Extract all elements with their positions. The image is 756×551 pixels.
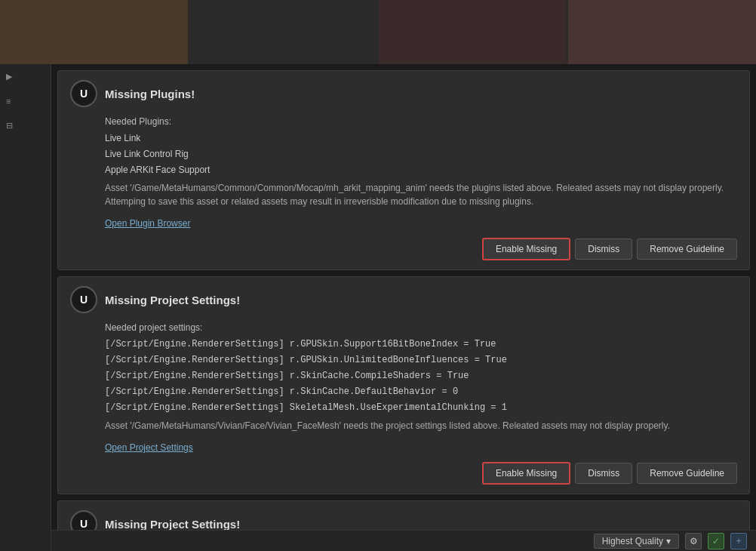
check-icon-button[interactable]: ✓ bbox=[708, 533, 724, 549]
open-plugin-browser-link[interactable]: Open Plugin Browser bbox=[105, 218, 190, 229]
open-project-settings-link-1[interactable]: Open Project Settings bbox=[105, 442, 193, 453]
ue-logo-1: U bbox=[70, 80, 97, 107]
plus-icon: + bbox=[736, 536, 741, 546]
sidebar-icon-1: ▶ bbox=[6, 72, 12, 82]
character-thumb-2 bbox=[189, 0, 377, 64]
setting-item-1-4: [/Script/Engine.RendererSettings] r.Skin… bbox=[105, 385, 737, 399]
filter-icon: ⊟ bbox=[6, 121, 13, 131]
check-icon: ✓ bbox=[712, 536, 720, 546]
plugin-name-3: Apple ARKit Face Support bbox=[105, 163, 737, 177]
dismiss-plugins-button[interactable]: Dismiss bbox=[575, 239, 632, 260]
setting-item-1-5: [/Script/Engine.RendererSettings] Skelet… bbox=[105, 401, 737, 414]
card-header-plugins: U Missing Plugins! bbox=[70, 80, 737, 107]
needed-plugins-label: Needed Plugins: bbox=[105, 115, 737, 128]
card-body-settings-1: Needed project settings: [/Script/Engine… bbox=[105, 321, 737, 432]
card-title-settings-1: Missing Project Settings! bbox=[105, 294, 240, 306]
character-thumb-3 bbox=[379, 0, 567, 64]
settings-warning-text-1: Asset '/Game/MetaHumans/Vivian/Face/Vivi… bbox=[105, 419, 737, 432]
status-bar: Highest Quality ▾ ⚙ ✓ + bbox=[51, 530, 756, 551]
remove-guideline-plugins-button[interactable]: Remove Guideline bbox=[637, 239, 737, 260]
character-thumb-4 bbox=[568, 0, 756, 64]
sidebar-icon-2: ≡ bbox=[6, 97, 11, 106]
card-actions-plugins: Enable Missing Dismiss Remove Guideline bbox=[70, 238, 737, 260]
enable-missing-settings-1-button[interactable]: Enable Missing bbox=[482, 462, 570, 485]
card-actions-settings-1: Enable Missing Dismiss Remove Guideline bbox=[70, 462, 737, 485]
settings-icon-button[interactable]: ⚙ bbox=[685, 533, 702, 549]
dismiss-settings-1-button[interactable]: Dismiss bbox=[575, 463, 632, 484]
setting-item-1-3: [/Script/Engine.RendererSettings] r.Skin… bbox=[105, 369, 737, 383]
main-content-area: U Missing Plugins! Needed Plugins: Live … bbox=[51, 64, 756, 551]
plugin-name-1: Live Link bbox=[105, 131, 737, 145]
needed-settings-label-1: Needed project settings: bbox=[105, 321, 737, 334]
setting-item-1-1: [/Script/Engine.RendererSettings] r.GPUS… bbox=[105, 337, 737, 351]
add-icon-button[interactable]: + bbox=[730, 533, 747, 549]
sidebar-item-1[interactable]: ▶ bbox=[0, 64, 51, 89]
quality-dropdown[interactable]: Highest Quality ▾ bbox=[594, 534, 679, 549]
quality-label: Highest Quality bbox=[602, 536, 663, 546]
enable-missing-plugins-button[interactable]: Enable Missing bbox=[482, 238, 570, 260]
character-thumb-1 bbox=[0, 0, 188, 64]
ue-logo-2: U bbox=[70, 286, 97, 313]
sidebar-item-2[interactable]: ≡ bbox=[0, 89, 51, 113]
plugin-name-2: Live Link Control Rig bbox=[105, 147, 737, 161]
left-sidebar: ▶ ≡ ⊟ bbox=[0, 64, 51, 551]
card-title-plugins: Missing Plugins! bbox=[105, 88, 195, 100]
missing-settings-card-1: U Missing Project Settings! Needed proje… bbox=[57, 276, 750, 494]
chevron-down-icon: ▾ bbox=[666, 536, 671, 546]
quality-selector: Highest Quality ▾ bbox=[594, 534, 679, 549]
card-body-plugins: Needed Plugins: Live Link Live Link Cont… bbox=[105, 115, 737, 208]
setting-item-1-2: [/Script/Engine.RendererSettings] r.GPUS… bbox=[105, 353, 737, 367]
sidebar-item-3[interactable]: ⊟ bbox=[0, 113, 51, 138]
remove-guideline-settings-1-button[interactable]: Remove Guideline bbox=[637, 463, 737, 484]
missing-plugins-card: U Missing Plugins! Needed Plugins: Live … bbox=[57, 70, 750, 270]
plugin-warning-text: Asset '/Game/MetaHumans/Common/Common/Mo… bbox=[105, 181, 737, 208]
card-header-settings-1: U Missing Project Settings! bbox=[70, 286, 737, 313]
settings-icon: ⚙ bbox=[690, 536, 698, 546]
card-title-settings-2: Missing Project Settings! bbox=[105, 518, 240, 531]
character-thumbnails-bar bbox=[0, 0, 756, 64]
